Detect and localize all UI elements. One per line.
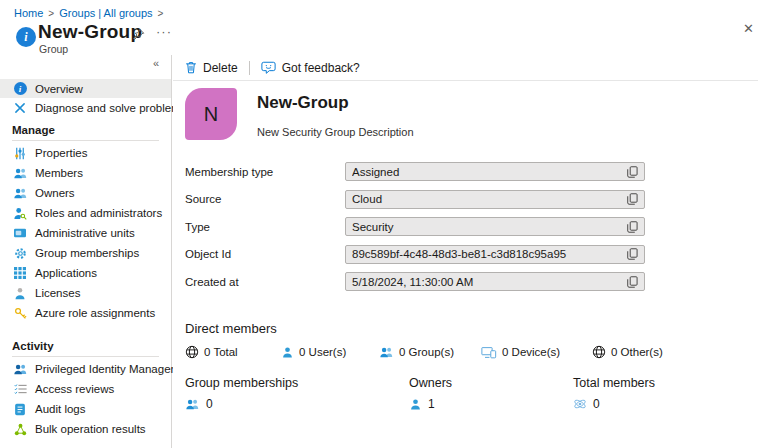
field-type: Type Security [185,217,756,236]
group-memberships-count: 0 [185,397,409,411]
group-avatar: N [185,88,237,140]
people-icon [12,363,28,375]
more-actions-icon[interactable]: ··· [156,24,172,39]
group-description: New Security Group Description [257,126,414,138]
group-icon [185,398,200,410]
stat-groups: 0 Group(s) [379,345,481,359]
sidebar-item-overview[interactable]: i Overview [0,79,171,98]
sidebar-item-azure-role-assignments[interactable]: Azure role assignments [0,303,171,323]
sidebar-item-properties[interactable]: Properties [0,143,171,163]
owners-title: Owners [409,376,573,390]
info-icon: i [12,82,28,95]
breadcrumb-separator: > [158,8,164,19]
group-header: N New-Group New Security Group Descripti… [185,88,756,140]
sidebar-item-members[interactable]: Members [0,163,171,183]
command-bar: Delete Got feedback? [173,55,768,80]
delete-button[interactable]: Delete [185,61,238,75]
object-id-value[interactable]: 89c589bf-4c48-48d3-be81-c3d818c95a95 [345,245,645,264]
stat-devices: 0 Device(s) [481,345,592,359]
page-subtitle: Group [39,43,68,55]
source-value[interactable]: Cloud [345,190,645,209]
sidebar-item-roles-administrators[interactable]: Roles and administrators [0,203,171,223]
sidebar-item-bulk-operation-results[interactable]: Bulk operation results [0,419,171,439]
divider [249,61,250,75]
sidebar-collapse-icon[interactable]: « [0,55,171,73]
log-document-icon [12,403,28,416]
page-header: Home > Groups | All groups > i New-Group… [0,0,768,55]
sidebar-item-diagnose[interactable]: Diagnose and solve problems [0,98,171,117]
sidebar-item-administrative-units[interactable]: Administrative units [0,223,171,243]
page-title: New-Group [38,21,142,43]
pin-icon[interactable] [132,28,145,41]
field-source: Source Cloud [185,190,756,209]
user-icon [409,398,422,411]
divider [173,80,758,81]
person-key-icon [12,207,28,220]
feedback-smiley-icon [261,61,276,75]
stat-others: 0 Other(s) [592,345,756,359]
gear-icon [12,247,28,260]
field-created-at: Created at 5/18/2024, 11:30:00 AM [185,272,756,291]
globe-icon [592,345,606,359]
direct-members-title: Direct members [185,321,756,336]
close-icon[interactable]: ✕ [743,21,754,36]
group-name: New-Group [257,93,414,113]
sidebar-item-group-memberships[interactable]: Group memberships [0,243,171,263]
tools-icon [12,102,28,114]
device-icon [481,346,497,359]
key-icon [12,307,28,320]
section-header-manage: Manage [0,123,171,137]
copy-icon[interactable] [623,221,638,233]
bulk-cluster-icon [12,423,28,436]
divider [12,356,159,357]
section-header-activity: Activity [0,339,171,353]
copy-icon[interactable] [623,248,638,260]
atom-icon [573,397,587,411]
breadcrumb-separator: > [48,8,54,19]
field-object-id: Object Id 89c589bf-4c48-48d3-be81-c3d818… [185,245,756,264]
type-value[interactable]: Security [345,217,645,236]
stat-users: 0 User(s) [281,345,379,359]
membership-type-value[interactable]: Assigned [345,162,645,181]
license-person-icon [12,287,28,300]
people-icon [12,187,28,199]
admin-unit-icon [12,227,28,239]
trash-icon [185,61,197,74]
divider [12,140,159,141]
sliders-icon [12,147,28,160]
owners-count: 1 [409,397,573,411]
sidebar-section-manage: Manage Properties Members [0,123,171,323]
field-membership-type: Membership type Assigned [185,162,756,181]
total-members-count: 0 [573,397,756,411]
group-info-icon: i [16,27,36,47]
sidebar-item-access-reviews[interactable]: Access reviews [0,379,171,399]
main-panel: Delete Got feedback? N New-Group New Sec… [173,55,768,448]
total-members-title: Total members [573,376,756,390]
sidebar-item-privileged-identity-management[interactable]: Privileged Identity Management [0,359,171,379]
stat-total: 0 Total [185,345,281,359]
sidebar-item-owners[interactable]: Owners [0,183,171,203]
feedback-button[interactable]: Got feedback? [261,61,360,75]
user-icon [281,346,294,359]
breadcrumb-groups-link[interactable]: Groups | All groups [59,7,152,19]
globe-icon [185,345,199,359]
copy-icon[interactable] [623,193,638,205]
sidebar-item-licenses[interactable]: Licenses [0,283,171,303]
checklist-icon [12,383,28,395]
summary-counts: 0 1 0 [185,397,756,411]
summary-titles: Group memberships Owners Total members [185,376,756,390]
people-icon [12,167,28,179]
created-at-value[interactable]: 5/18/2024, 11:30:00 AM [345,272,645,291]
azure-group-overview-page: Home > Groups | All groups > i New-Group… [0,0,768,448]
sidebar: « i Overview Diagnose and solve problems… [0,55,172,448]
sidebar-item-audit-logs[interactable]: Audit logs [0,399,171,419]
breadcrumb-home-link[interactable]: Home [14,7,43,19]
breadcrumb: Home > Groups | All groups > [14,7,163,19]
sidebar-section-activity: Activity Privileged Identity Management … [0,339,171,439]
copy-icon[interactable] [623,166,638,178]
group-icon [379,346,394,358]
direct-members-stats: 0 Total 0 User(s) 0 Group(s) [185,345,756,359]
sidebar-item-applications[interactable]: Applications [0,263,171,283]
copy-icon[interactable] [623,276,638,288]
sidebar-nav: i Overview Diagnose and solve problems M… [0,79,171,439]
